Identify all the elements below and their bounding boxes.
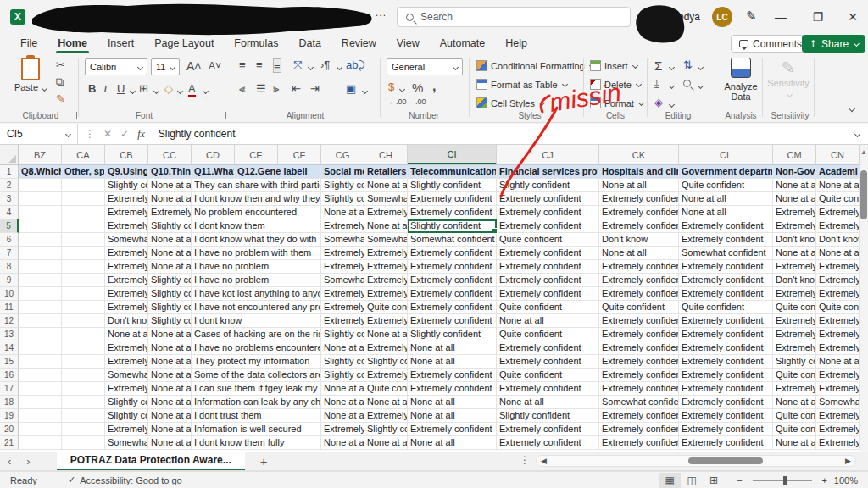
font-dialog-launcher[interactable] (219, 112, 226, 119)
cell-BZ18[interactable] (19, 396, 62, 409)
cell-CC2[interactable]: None at all (148, 179, 192, 192)
cell-BZ5[interactable] (19, 219, 62, 233)
clear-icon[interactable]: ◈ (654, 96, 663, 108)
cell-CL4[interactable]: None at all (679, 206, 773, 219)
cell-CH15[interactable]: Slightly confident (364, 355, 408, 369)
cell-CK19[interactable]: Extremely confident (599, 409, 679, 423)
horizontal-scroll-thumb[interactable] (688, 458, 763, 464)
cell-CB1[interactable]: Q9.Using a (105, 165, 148, 179)
cell-BZ13[interactable] (19, 328, 62, 341)
bold-button[interactable]: B (88, 82, 96, 95)
cell-CN19[interactable]: Extremely confident (816, 409, 860, 423)
cell-BZ6[interactable] (19, 233, 62, 247)
cell-CI11[interactable]: Extremely confident (408, 301, 497, 314)
cell-CC1[interactable]: Q10.Think (148, 165, 192, 179)
cell-CB17[interactable]: Extremely confident (105, 382, 148, 396)
decrease-decimal-icon[interactable]: .00→ (415, 97, 434, 106)
normal-view-button[interactable]: ▦ (659, 473, 681, 488)
cell-BZ14[interactable] (19, 341, 62, 355)
cell-CM10[interactable]: Extremely confident (773, 287, 816, 301)
cell-CG15[interactable]: Slightly confident (321, 355, 364, 369)
more-dots-icon[interactable]: ⋮ (85, 128, 95, 140)
number-dialog-launcher[interactable] (458, 112, 465, 119)
cell-CI19[interactable]: None at all (408, 409, 497, 423)
font-color-chevron[interactable] (203, 88, 209, 94)
column-header-CC[interactable]: CC (148, 145, 192, 164)
cell-CG6[interactable]: Somewhat confident (321, 233, 364, 247)
cell-CG5[interactable]: Extremely confident (321, 219, 364, 233)
row-header-4[interactable]: 4 (0, 206, 19, 219)
cell-CC17[interactable]: None at all (148, 382, 192, 396)
cell-CJ5[interactable]: Extremely confident (497, 219, 599, 233)
cell-CB8[interactable]: Extremely confident (105, 260, 148, 274)
vertical-scroll-thumb[interactable] (860, 170, 867, 219)
cell-CC5[interactable]: Slightly confident (148, 219, 192, 233)
cell-CK6[interactable]: Don't know (599, 233, 679, 247)
decrease-font-icon[interactable]: A˅ (209, 60, 221, 72)
menu-tab-review[interactable]: Review (333, 35, 385, 53)
row-header-16[interactable]: 16 (0, 369, 19, 382)
share-button[interactable]: ↥ Share (802, 35, 865, 53)
cell-CG21[interactable]: None at all (321, 436, 364, 450)
cell-CM19[interactable]: Quite confident (773, 409, 816, 423)
cell-CK2[interactable]: None at all (599, 179, 679, 192)
cell-CL9[interactable]: Extremely confident (679, 274, 773, 287)
cell-CG2[interactable]: Slightly confident (321, 179, 364, 192)
italic-button[interactable]: I (103, 82, 107, 96)
cell-CI10[interactable]: Extremely confident (408, 287, 497, 301)
cell-BZ19[interactable] (19, 409, 62, 423)
cell-CL14[interactable]: Extremely confident (679, 341, 773, 355)
cell-CL12[interactable]: Extremely confident (679, 314, 773, 328)
font-size-combo[interactable]: 11 (151, 58, 180, 75)
cell-CM7[interactable]: None at all (773, 247, 816, 260)
menu-tab-insert[interactable]: Insert (99, 35, 142, 53)
clear-chevron[interactable] (669, 102, 675, 108)
cell-CI4[interactable]: Extremely confident (408, 206, 497, 219)
cell-CL8[interactable]: Extremely confident (679, 260, 773, 274)
cell-CG8[interactable]: Extremely confident (321, 260, 364, 274)
cell-CI8[interactable]: Extremely confident (408, 260, 497, 274)
cell-CJ17[interactable]: Extremely confident (497, 382, 599, 396)
cell-CM20[interactable]: Quite confident (773, 423, 816, 436)
cell-CI5[interactable]: Slightly confident (408, 219, 497, 233)
row-header-10[interactable]: 10 (0, 287, 19, 301)
sheetbar-more-icon[interactable]: ⋮ (520, 454, 530, 466)
cell-CN16[interactable]: Extremely confident (816, 369, 860, 382)
cell-CJ18[interactable]: None at all (497, 396, 599, 409)
cell-CH18[interactable]: None at all (364, 396, 408, 409)
cell-CC9[interactable]: Slightly confident (148, 274, 192, 287)
cell-CD4[interactable]: No problem encountered (192, 206, 321, 219)
cell-CN11[interactable]: Quite confident (816, 301, 860, 314)
underline-button[interactable]: U (117, 82, 125, 95)
cell-CM21[interactable]: None at all (773, 436, 816, 450)
text-direction-icon[interactable]: ›¶ (320, 58, 330, 71)
cell-CB19[interactable]: Slightly confident (105, 409, 148, 423)
menu-tab-formulas[interactable]: Formulas (225, 35, 287, 53)
zoom-slider-thumb[interactable] (783, 476, 787, 485)
cell-CK7[interactable]: None at all (599, 247, 679, 260)
cell-CJ15[interactable]: Extremely confident (497, 355, 599, 369)
cell-CN2[interactable]: None at all (816, 179, 860, 192)
cell-CM4[interactable]: Extremely confident (773, 206, 816, 219)
cell-CJ1[interactable]: Financial services provic (497, 165, 599, 179)
cell-CI3[interactable]: Extremely confident (408, 192, 497, 206)
analyze-data-button[interactable]: Analyze Data (721, 58, 761, 102)
cell-CD19[interactable]: I dont trust them (192, 409, 321, 423)
cell-CL20[interactable]: Extremely confident (679, 423, 773, 436)
cell-CM15[interactable]: Slightly confident (773, 355, 816, 369)
row-header-1[interactable]: 1 (0, 165, 19, 179)
cell-CB13[interactable]: None at all (105, 328, 148, 341)
sort-filter-chevron[interactable] (698, 64, 704, 70)
cell-CD1[interactable]: Q11.What (192, 165, 235, 179)
cell-CG10[interactable]: Extremely confident (321, 287, 364, 301)
cell-CH7[interactable]: Extremely confident (364, 247, 408, 260)
menu-tab-help[interactable]: Help (497, 35, 536, 53)
column-header-CJ[interactable]: CJ (497, 145, 599, 164)
increase-decimal-icon[interactable]: ←.00 (388, 97, 407, 106)
cell-CM5[interactable]: Extremely confident (773, 219, 816, 233)
cell-CN13[interactable]: Extremely confident (816, 328, 860, 341)
cell-CJ6[interactable]: Quite confident (497, 233, 599, 247)
cell-CL13[interactable]: Extremely confident (679, 328, 773, 341)
cell-CM8[interactable]: Extremely confident (773, 260, 816, 274)
cell-CK3[interactable]: Extremely confident (599, 192, 679, 206)
